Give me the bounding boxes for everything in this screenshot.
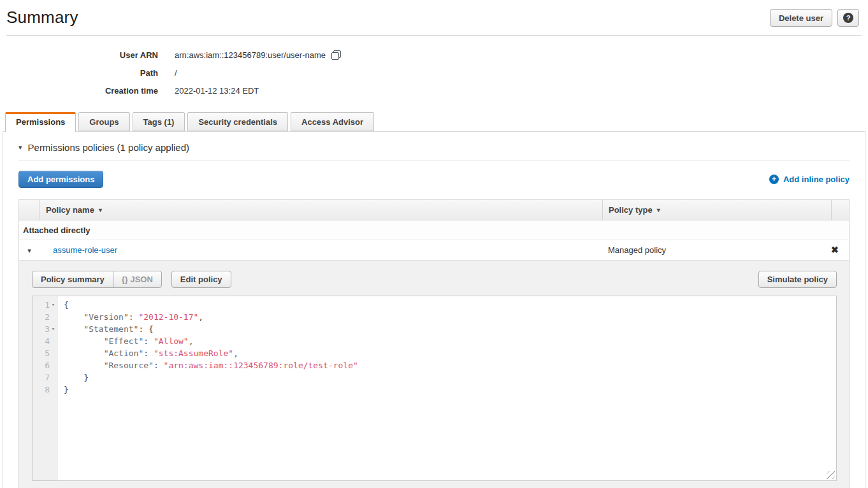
permissions-tab-panel: ▾ Permissions policies (1 policy applied… xyxy=(3,131,865,488)
code-token-plain: } xyxy=(64,373,89,382)
policy-detail-toolbar: Policy summary {} JSON Edit policy Simul… xyxy=(32,271,837,288)
creation-time-value: 2022-01-12 13:24 EDT xyxy=(175,86,259,96)
expand-column-header xyxy=(19,200,40,220)
simulate-policy-button[interactable]: Simulate policy xyxy=(758,271,837,288)
creation-time-label: Creation time xyxy=(0,86,158,96)
field-path: Path / xyxy=(0,64,868,82)
tab-bar: Permissions Groups Tags (1) Security cre… xyxy=(5,112,868,131)
code-token-plain: : xyxy=(143,336,154,346)
policy-view-toggle-group: Policy summary {} JSON xyxy=(32,271,162,288)
page-header: Summary Delete user ? xyxy=(0,0,868,36)
gutter-line: 1▾ xyxy=(33,299,58,311)
row-expander[interactable]: ▾ xyxy=(19,245,40,255)
code-token-plain: : xyxy=(129,312,139,322)
policy-name-column-header[interactable]: Policy name ▾ xyxy=(40,200,602,220)
code-token-plain: } xyxy=(64,385,69,394)
tab-security-credentials[interactable]: Security credentials xyxy=(187,112,288,131)
question-icon: ? xyxy=(843,13,853,23)
fold-caret-icon[interactable]: ▾ xyxy=(50,299,57,311)
remove-column-header xyxy=(831,200,849,220)
code-token-str: "arn:aws:iam::123456789:role/test-role" xyxy=(164,361,358,370)
policy-type-cell: Managed policy xyxy=(602,245,831,255)
code-token-plain xyxy=(64,336,104,346)
tab-groups[interactable]: Groups xyxy=(78,112,129,131)
policies-table: Policy name ▾ Policy type ▾ Attached dir… xyxy=(18,199,850,488)
gutter-line: 5 xyxy=(33,347,58,359)
policy-name-link[interactable]: assume-role-user xyxy=(53,245,117,255)
code-line: "Action": "sts:AssumeRole", xyxy=(64,347,836,359)
help-button[interactable]: ? xyxy=(837,9,859,27)
add-permissions-button[interactable]: Add permissions xyxy=(18,171,103,188)
code-token-str: "2012-10-17" xyxy=(138,312,198,322)
edit-policy-button[interactable]: Edit policy xyxy=(171,271,231,288)
fold-caret-icon[interactable]: ▾ xyxy=(50,323,57,335)
code-token-plain xyxy=(64,324,83,334)
path-value: / xyxy=(175,68,177,78)
gutter-line: 4 xyxy=(33,335,58,347)
add-inline-policy-link[interactable]: + Add inline policy xyxy=(769,175,850,184)
editor-gutter: 1▾23▾45678 xyxy=(33,296,58,480)
tab-tags[interactable]: Tags (1) xyxy=(133,112,185,131)
code-token-plain: , xyxy=(198,312,203,322)
user-arn-value-wrap: arn:aws:iam::123456789:user/user-name xyxy=(175,50,341,60)
permissions-policies-title: Permissions policies (1 policy applied) xyxy=(28,142,189,153)
policy-actions-row: Add permissions + Add inline policy xyxy=(18,171,850,188)
code-line: "Effect": "Allow", xyxy=(64,335,836,347)
add-inline-policy-label: Add inline policy xyxy=(783,175,850,184)
sort-caret-icon: ▾ xyxy=(99,206,102,213)
policy-summary-button[interactable]: Policy summary xyxy=(32,271,113,288)
section-divider xyxy=(18,161,850,161)
line-number: 5 xyxy=(45,347,50,359)
permissions-policies-section-toggle[interactable]: ▾ Permissions policies (1 policy applied… xyxy=(18,142,850,153)
header-divider xyxy=(6,35,862,36)
gutter-line: 8 xyxy=(33,384,58,396)
code-lines[interactable]: { "Version": "2012-10-17", "Statement": … xyxy=(58,296,836,480)
detach-policy-icon[interactable]: ✖ xyxy=(831,245,839,255)
policy-name-header-label: Policy name xyxy=(46,205,94,215)
code-token-key: "Effect" xyxy=(104,336,144,346)
code-token-key: "Action" xyxy=(104,348,144,358)
sort-caret-icon: ▾ xyxy=(657,206,660,213)
delete-user-button[interactable]: Delete user xyxy=(770,9,832,27)
policy-name-cell: assume-role-user xyxy=(40,245,602,255)
gutter-line: 3▾ xyxy=(33,323,58,335)
line-number: 6 xyxy=(45,359,50,371)
collapse-caret-icon: ▾ xyxy=(18,144,22,151)
code-line: "Resource": "arn:aws:iam::123456789:role… xyxy=(64,359,836,371)
policy-table-row: ▾ assume-role-user Managed policy ✖ xyxy=(19,240,849,261)
code-token-plain: { xyxy=(64,300,69,310)
policy-type-column-header[interactable]: Policy type ▾ xyxy=(602,200,831,220)
code-token-plain: , xyxy=(189,336,194,346)
code-line: "Version": "2012-10-17", xyxy=(64,311,836,323)
code-token-plain xyxy=(64,312,83,322)
code-line: "Statement": { xyxy=(64,323,836,335)
line-number: 2 xyxy=(45,311,50,323)
field-creation-time: Creation time 2022-01-12 13:24 EDT xyxy=(0,82,868,99)
summary-fields: User ARN arn:aws:iam::123456789:user/use… xyxy=(0,46,868,99)
page-title: Summary xyxy=(6,8,862,27)
gutter-line: 6 xyxy=(33,359,58,371)
attached-directly-group-row: Attached directly xyxy=(19,220,849,240)
policy-type-header-label: Policy type xyxy=(609,205,653,215)
code-token-key: "Version" xyxy=(83,312,128,322)
table-header-row: Policy name ▾ Policy type ▾ xyxy=(19,200,849,220)
code-line: } xyxy=(64,371,836,384)
code-token-plain: : { xyxy=(138,324,153,334)
code-token-plain: : xyxy=(154,361,164,370)
editor-resize-handle[interactable] xyxy=(827,471,835,479)
gutter-line: 2 xyxy=(33,311,58,323)
line-number: 3 xyxy=(45,323,50,335)
tab-permissions[interactable]: Permissions xyxy=(5,112,76,132)
policy-json-editor[interactable]: 1▾23▾45678 { "Version": "2012-10-17", "S… xyxy=(32,296,837,481)
tab-access-advisor[interactable]: Access Advisor xyxy=(291,112,374,131)
code-token-key: "Statement" xyxy=(83,324,138,334)
line-number: 4 xyxy=(45,335,50,347)
json-view-button[interactable]: {} JSON xyxy=(113,271,162,288)
field-user-arn: User ARN arn:aws:iam::123456789:user/use… xyxy=(0,46,868,64)
copy-icon[interactable] xyxy=(331,50,341,60)
code-token-plain: , xyxy=(233,348,238,358)
expand-caret-icon: ▾ xyxy=(27,247,31,254)
gutter-line: 7 xyxy=(33,371,58,384)
code-line: { xyxy=(64,299,836,311)
header-actions: Delete user ? xyxy=(770,9,859,27)
